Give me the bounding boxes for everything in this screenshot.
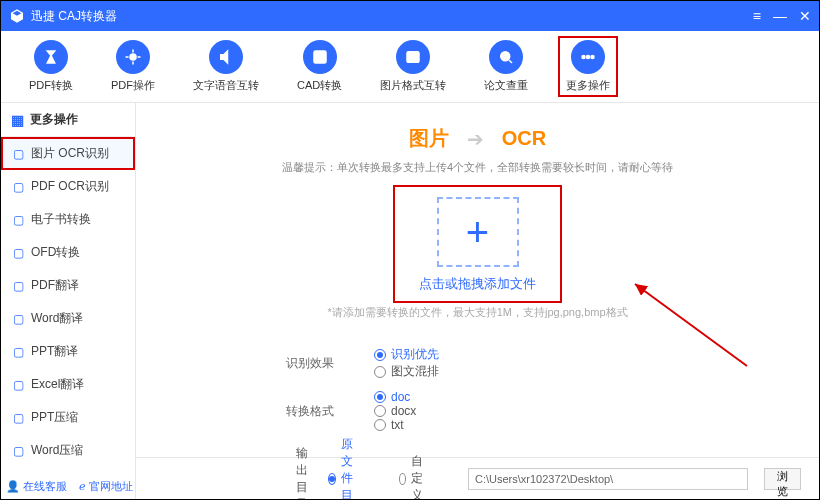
radio-orig[interactable]: 原文件目录	[328, 436, 357, 500]
sidebar-item-label: 图片 OCR识别	[31, 145, 109, 162]
sidebar-item-word-trans[interactable]: ▢Word翻译	[1, 302, 135, 335]
option-effect-row: 识别效果 识别优先图文混排	[286, 346, 789, 380]
minimize-icon[interactable]: —	[773, 8, 787, 24]
toolbar-label: 论文查重	[484, 78, 528, 93]
browse-button[interactable]: 浏览	[764, 468, 801, 490]
option-format-row: 转换格式 docdocxtxt	[286, 390, 789, 432]
drop-zone[interactable]: +	[437, 197, 519, 267]
svg-point-6	[587, 56, 590, 59]
sidebar-item-label: PPT压缩	[31, 409, 78, 426]
close-icon[interactable]: ✕	[799, 8, 811, 24]
svg-point-3	[409, 54, 412, 57]
doc-icon: ▢	[11, 444, 25, 458]
sidebar-item-ppt-comp[interactable]: ▢PPT压缩	[1, 401, 135, 434]
sidebar-item-pdf-ocr[interactable]: ▢PDF OCR识别	[1, 170, 135, 203]
content: 图片 ➔ OCR 温馨提示：单次转换最多支持上传4个文件，全部转换需要较长时间，…	[136, 103, 819, 499]
radio-recognize[interactable]: 识别优先	[374, 346, 439, 363]
main-area: ▦ 更多操作 ▢图片 OCR识别▢PDF OCR识别▢电子书转换▢OFD转换▢P…	[1, 103, 819, 499]
doc-icon: ▢	[11, 213, 25, 227]
titlebar: 迅捷 CAJ转换器 ≡ — ✕	[1, 1, 819, 31]
radio-doc[interactable]: doc	[374, 390, 416, 404]
sidebar-item-label: PDF翻译	[31, 277, 79, 294]
toolbar-label: 文字语音互转	[193, 78, 259, 93]
arrow-right-icon: ➔	[467, 127, 484, 151]
toolbar-more[interactable]: 更多操作	[558, 36, 618, 97]
toolbar-label: CAD转换	[297, 78, 342, 93]
hero-from: 图片	[409, 125, 449, 152]
doc-icon: ▢	[11, 378, 25, 392]
toolbar-thesis-dup[interactable]: 论文查重	[476, 36, 536, 97]
svg-point-0	[130, 54, 136, 60]
radio-custom[interactable]: 自定义	[399, 436, 428, 500]
sidebar-item-ppt-trans[interactable]: ▢PPT翻译	[1, 335, 135, 368]
more-icon	[571, 40, 605, 74]
radio-dot-icon	[374, 405, 386, 417]
img-convert-icon	[396, 40, 430, 74]
pdf-operate-icon	[116, 40, 150, 74]
drop-area-highlight: + 点击或拖拽添加文件	[395, 187, 560, 301]
sidebar-item-label: Excel翻译	[31, 376, 84, 393]
radio-docx[interactable]: docx	[374, 404, 416, 418]
sidebar-item-pdf-trans[interactable]: ▢PDF翻译	[1, 269, 135, 302]
doc-icon: ▢	[11, 246, 25, 260]
hero: 图片 ➔ OCR	[409, 125, 546, 152]
doc-icon: ▢	[11, 411, 25, 425]
website-link[interactable]: ℯ官网地址	[79, 479, 133, 494]
sidebar-item-label: Word翻译	[31, 310, 83, 327]
thesis-dup-icon	[489, 40, 523, 74]
options: 识别效果 识别优先图文混排 转换格式 docdocxtxt	[166, 346, 789, 432]
top-toolbar: PDF转换PDF操作文字语音互转CAD转换图片格式互转论文查重更多操作	[1, 31, 819, 103]
sidebar-item-img-ocr[interactable]: ▢图片 OCR识别	[1, 137, 135, 170]
toolbar-pdf-convert[interactable]: PDF转换	[21, 36, 81, 97]
svg-point-5	[582, 56, 585, 59]
toolbar-label: 图片格式互转	[380, 78, 446, 93]
doc-icon: ▢	[11, 147, 25, 161]
svg-point-4	[501, 52, 510, 61]
plus-icon: +	[466, 212, 489, 252]
sidebar-item-xls-trans[interactable]: ▢Excel翻译	[1, 368, 135, 401]
sidebar-item-ofd[interactable]: ▢OFD转换	[1, 236, 135, 269]
toolbar-label: 更多操作	[566, 78, 610, 93]
radio-dot-icon	[374, 391, 386, 403]
toolbar-tts[interactable]: 文字语音互转	[185, 36, 267, 97]
sidebar: ▦ 更多操作 ▢图片 OCR识别▢PDF OCR识别▢电子书转换▢OFD转换▢P…	[1, 103, 136, 499]
toolbar-img-convert[interactable]: 图片格式互转	[372, 36, 454, 97]
drop-hint: *请添加需要转换的文件，最大支持1M，支持jpg,png,bmp格式	[327, 305, 627, 320]
sidebar-item-label: OFD转换	[31, 244, 80, 261]
svg-point-7	[591, 56, 594, 59]
hero-tip: 温馨提示：单次转换最多支持上传4个文件，全部转换需要较长时间，请耐心等待	[282, 160, 673, 175]
output-bar: 输出目录 原文件目录自定义 浏览	[136, 457, 819, 499]
menu-icon[interactable]: ≡	[753, 8, 761, 24]
option-effect-label: 识别效果	[286, 355, 346, 372]
doc-icon: ▢	[11, 345, 25, 359]
output-label: 输出目录	[296, 445, 312, 501]
window-controls: ≡ — ✕	[753, 8, 811, 24]
radio-mixed[interactable]: 图文混排	[374, 363, 439, 380]
doc-icon: ▢	[11, 279, 25, 293]
toolbar-cad-convert[interactable]: CAD转换	[289, 36, 350, 97]
app-logo: 迅捷 CAJ转换器	[9, 8, 117, 25]
radio-dot-icon	[374, 349, 386, 361]
radio-dot-icon	[374, 419, 386, 431]
sidebar-header: ▦ 更多操作	[1, 103, 135, 137]
support-link[interactable]: 👤在线客服	[6, 479, 67, 494]
sidebar-item-label: 电子书转换	[31, 211, 91, 228]
hero-to: OCR	[502, 127, 546, 150]
sidebar-item-word-comp[interactable]: ▢Word压缩	[1, 434, 135, 467]
sidebar-header-label: 更多操作	[30, 111, 78, 128]
output-path-input[interactable]	[468, 468, 748, 490]
toolbar-pdf-operate[interactable]: PDF操作	[103, 36, 163, 97]
radio-txt[interactable]: txt	[374, 418, 416, 432]
sidebar-item-ebook[interactable]: ▢电子书转换	[1, 203, 135, 236]
toolbar-label: PDF转换	[29, 78, 73, 93]
cad-convert-icon	[303, 40, 337, 74]
sidebar-item-label: Word压缩	[31, 442, 83, 459]
support-icon: 👤	[6, 480, 20, 493]
sidebar-item-label: PPT翻译	[31, 343, 78, 360]
sidebar-item-label: PDF OCR识别	[31, 178, 109, 195]
option-format-label: 转换格式	[286, 403, 346, 420]
toolbar-label: PDF操作	[111, 78, 155, 93]
drop-label: 点击或拖拽添加文件	[419, 275, 536, 293]
globe-icon: ℯ	[79, 480, 86, 493]
tts-icon	[209, 40, 243, 74]
